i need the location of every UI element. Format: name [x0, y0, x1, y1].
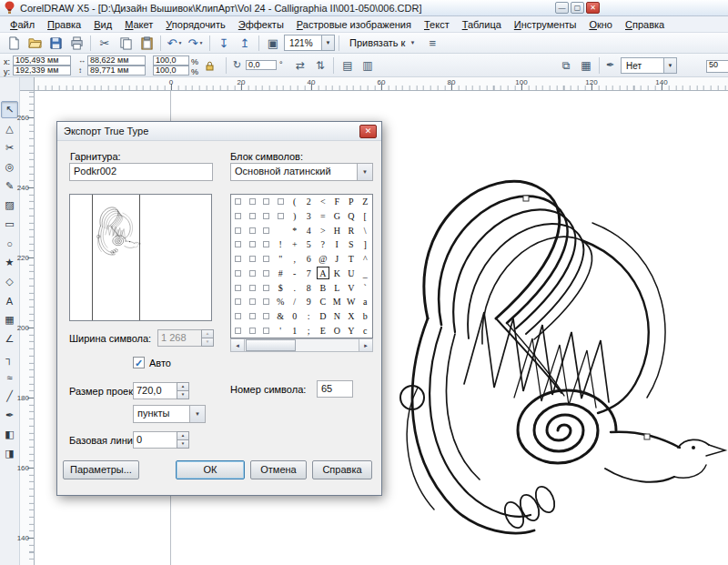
glyph-cell-3-3[interactable]: ! — [274, 237, 288, 252]
minimize-button[interactable]: — — [555, 2, 569, 14]
glyph-cell-4-9[interactable]: ^ — [359, 252, 373, 267]
grid-scrollbar[interactable]: ◂ ▸ — [230, 338, 373, 352]
design-size-value[interactable]: 720,0 — [133, 382, 177, 399]
glyph-cell-8-0[interactable] — [231, 309, 246, 324]
baseline-value[interactable]: 0 — [133, 431, 177, 449]
auto-checkbox[interactable]: ✓ — [133, 357, 145, 368]
glyph-cell-4-0[interactable] — [231, 252, 246, 267]
text-tool[interactable]: А — [1, 292, 18, 309]
menu-item-1[interactable]: Правка — [41, 17, 87, 32]
polygon-tool[interactable]: ★ — [1, 254, 18, 271]
import-button[interactable]: ↧ — [214, 34, 234, 53]
glyph-cell-6-3[interactable]: $ — [274, 280, 288, 295]
baseline-spinner[interactable]: 0 ▲ ▼ — [133, 431, 189, 449]
glyph-cell-9-4[interactable]: 1 — [288, 323, 302, 338]
glyph-cell-1-8[interactable]: Q — [344, 209, 359, 224]
glyph-cell-3-0[interactable] — [231, 237, 246, 252]
glyph-cell-3-4[interactable]: + — [288, 237, 302, 252]
glyph-cell-1-6[interactable]: = — [316, 209, 330, 224]
cut-button[interactable]: ✂ — [95, 34, 115, 53]
glyph-cell-2-5[interactable]: 4 — [302, 223, 317, 237]
symbol-block-combo[interactable]: Основной латинский ▼ — [230, 163, 373, 181]
mirror-vertical-button[interactable]: ⇅ — [311, 56, 329, 75]
glyph-cell-5-3[interactable]: # — [274, 266, 288, 280]
interactive-fill-tool[interactable]: ◨ — [1, 445, 18, 462]
application-launcher-button[interactable]: ▣ — [263, 34, 283, 53]
basic-shapes-tool[interactable]: ◇ — [1, 273, 18, 290]
menu-item-8[interactable]: Таблица — [456, 17, 508, 32]
glyph-cell-0-9[interactable]: Z — [359, 195, 373, 209]
glyph-cell-7-0[interactable] — [231, 295, 246, 309]
scale-vertical-field[interactable]: 100,0 — [153, 66, 189, 76]
auto-checkbox-label[interactable]: Авто — [149, 358, 171, 368]
menu-item-11[interactable]: Справка — [619, 17, 671, 32]
glyph-cell-9-7[interactable]: O — [330, 323, 345, 338]
menu-item-2[interactable]: Вид — [87, 17, 118, 32]
glyph-cell-9-3[interactable]: ' — [274, 323, 288, 338]
shape-tool[interactable]: △ — [1, 120, 18, 137]
dialog-titlebar[interactable]: Экспорт True Type ✕ — [57, 122, 381, 141]
glyph-cell-8-4[interactable]: 0 — [288, 309, 302, 324]
position-x-field[interactable]: 105,493 мм — [13, 55, 71, 66]
char-number-field[interactable]: 65 — [317, 380, 353, 398]
freehand-tool[interactable]: ✎ — [1, 177, 18, 195]
glyph-cell-7-8[interactable]: W — [344, 295, 359, 309]
glyph-cell-4-1[interactable] — [246, 252, 260, 267]
glyph-cell-0-4[interactable]: ( — [288, 195, 302, 209]
glyph-cell-6-6[interactable]: B — [316, 280, 330, 295]
glyph-cell-2-9[interactable]: \ — [359, 223, 373, 237]
options-button[interactable]: ≡ — [422, 34, 442, 53]
scroll-right-icon[interactable]: ▸ — [359, 339, 372, 351]
glyph-cell-1-1[interactable] — [246, 209, 260, 224]
menu-item-6[interactable]: Растровые изображения — [290, 17, 418, 32]
glyph-cell-3-5[interactable]: 5 — [302, 237, 317, 252]
units-combo[interactable]: пункты ▼ — [133, 405, 206, 423]
chevron-down-icon[interactable]: ▼ — [198, 40, 203, 45]
glyph-cell-0-6[interactable]: < — [316, 195, 330, 209]
glyph-cell-0-1[interactable] — [246, 195, 260, 209]
glyph-cell-2-3[interactable] — [274, 223, 288, 237]
glyph-cell-2-2[interactable] — [259, 223, 274, 237]
dialog-close-icon[interactable]: ✕ — [359, 125, 377, 138]
glyph-cell-5-7[interactable]: K — [330, 266, 345, 280]
connector-tool[interactable]: ┐ — [1, 349, 18, 367]
save-button[interactable] — [46, 34, 66, 53]
glyph-cell-9-0[interactable] — [231, 323, 246, 338]
new-document-button[interactable] — [4, 34, 24, 53]
scroll-left-icon[interactable]: ◂ — [231, 339, 245, 351]
menu-item-9[interactable]: Инструменты — [508, 17, 583, 32]
glyph-cell-5-1[interactable] — [246, 266, 260, 280]
object-width-field[interactable]: 88,622 мм — [87, 55, 146, 66]
fill-tool[interactable]: ◧ — [1, 426, 18, 443]
glyph-cell-2-4[interactable]: * — [288, 223, 302, 237]
glyph-cell-7-6[interactable]: C — [316, 295, 330, 309]
glyph-cell-7-4[interactable]: / — [288, 295, 302, 309]
glyph-cell-8-2[interactable] — [259, 309, 274, 324]
glyph-cell-6-8[interactable]: V — [344, 280, 359, 295]
table-tool[interactable]: ▦ — [1, 311, 18, 328]
bird-drawing[interactable] — [378, 168, 728, 546]
glyph-cell-6-0[interactable] — [231, 280, 246, 295]
paste-button[interactable] — [136, 34, 157, 53]
propbar-icon-button-2[interactable]: ▥ — [359, 56, 377, 75]
glyph-cell-3-2[interactable] — [259, 237, 274, 252]
glyph-cell-4-5[interactable]: 6 — [302, 252, 317, 267]
menu-item-0[interactable]: Файл — [4, 17, 41, 32]
glyph-cell-9-9[interactable]: c — [359, 323, 373, 338]
glyph-cell-5-9[interactable]: _ — [359, 266, 373, 280]
glyph-cell-0-8[interactable]: P — [344, 195, 359, 209]
menu-item-5[interactable]: Эффекты — [232, 17, 290, 32]
scrollbar-thumb[interactable] — [246, 339, 296, 351]
glyph-cell-9-2[interactable] — [259, 323, 274, 338]
glyph-cell-8-6[interactable]: D — [316, 309, 330, 324]
smart-fill-tool[interactable]: ▨ — [1, 197, 18, 214]
snap-to-dropdown[interactable]: Привязать к▼ — [343, 37, 421, 48]
scale-horizontal-field[interactable]: 100,0 — [153, 55, 189, 66]
spinner-down-icon[interactable]: ▼ — [177, 391, 189, 399]
position-y-field[interactable]: 192,339 мм — [13, 66, 71, 76]
menu-item-4[interactable]: Упорядочить — [159, 17, 231, 32]
glyph-cell-6-2[interactable] — [259, 280, 274, 295]
glyph-cell-7-9[interactable]: a — [359, 295, 373, 309]
glyph-cell-5-0[interactable] — [231, 266, 246, 280]
chevron-down-icon[interactable]: ▼ — [410, 40, 415, 45]
